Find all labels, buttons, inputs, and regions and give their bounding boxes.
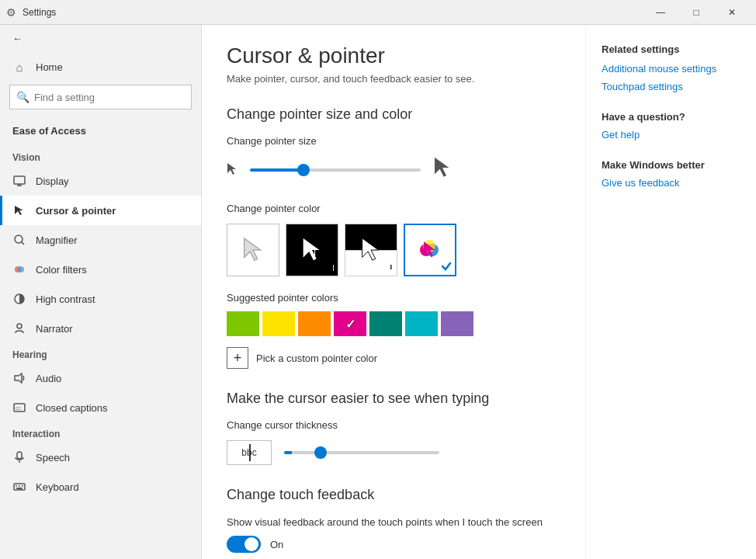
swatch-yellow[interactable] (262, 311, 295, 336)
svg-marker-10 (15, 373, 22, 383)
pointer-color-custom[interactable] (404, 224, 456, 276)
magnifier-icon (12, 233, 26, 247)
swatch-green[interactable] (227, 311, 259, 336)
swatch-purple[interactable] (441, 311, 473, 336)
color-filters-icon (12, 262, 26, 276)
home-icon: ⌂ (12, 60, 26, 74)
narrator-icon (12, 321, 26, 335)
touch-feedback-toggle[interactable] (227, 536, 261, 553)
search-input[interactable] (34, 92, 185, 103)
narrator-label: Narrator (36, 323, 73, 335)
maximize-button[interactable]: □ (678, 0, 714, 25)
svg-marker-21 (435, 158, 449, 177)
make-windows-better-section: Make Windows better Give us feedback (602, 159, 740, 189)
main-content: Cursor & pointer Make pointer, cursor, a… (202, 25, 585, 559)
sidebar-item-home[interactable]: ⌂ Home (0, 52, 201, 82)
search-icon: 🔍 (16, 91, 29, 103)
plus-icon: + (227, 347, 248, 369)
right-panel: Related settings Additional mouse settin… (585, 25, 756, 559)
minimize-button[interactable]: — (643, 0, 678, 25)
display-label: Display (36, 175, 69, 187)
additional-mouse-link[interactable]: Additional mouse settings (602, 63, 740, 75)
sidebar-item-display[interactable]: Display (0, 166, 201, 196)
high-contrast-icon (12, 292, 26, 306)
custom-color-label: Pick a custom pointer color (256, 352, 377, 364)
pointer-color-boxes: I I I (227, 224, 560, 276)
swatch-cyan[interactable] (405, 311, 438, 336)
cursor-preview-text: bbc (238, 447, 259, 458)
page-title: Cursor & pointer (227, 43, 560, 68)
swatch-orange[interactable] (298, 311, 331, 336)
keyboard-label: Keyboard (36, 481, 79, 493)
sidebar-item-closed-captions[interactable]: CC Closed captions (0, 393, 201, 422)
app-layout: ← ⌂ Home 🔍 Ease of Access Vision Display… (0, 25, 756, 559)
touch-feedback-desc: Show visual feedback around the touch po… (227, 516, 560, 529)
make-windows-better-title: Make Windows better (602, 159, 740, 171)
sidebar-item-narrator[interactable]: Narrator (0, 314, 201, 343)
speech-icon (12, 450, 26, 464)
svg-marker-22 (244, 238, 261, 260)
toggle-knob (244, 537, 258, 551)
pointer-color-inverted[interactable]: I (345, 224, 397, 276)
magnifier-label: Magnifier (36, 234, 77, 246)
sidebar-item-keyboard[interactable]: Keyboard (0, 472, 201, 502)
close-button[interactable]: ✕ (714, 0, 750, 25)
sidebar-item-cursor-pointer[interactable]: Cursor & pointer (0, 196, 201, 225)
high-contrast-label: High contrast (36, 293, 95, 305)
sidebar-search-container: 🔍 (9, 85, 192, 109)
sidebar-item-color-filters[interactable]: Color filters (0, 255, 201, 284)
pointer-size-slider[interactable] (250, 168, 421, 172)
touch-feedback-title: Change touch feedback (227, 487, 560, 503)
sidebar-item-audio[interactable]: Audio (0, 363, 201, 393)
toggle-row: On (227, 536, 560, 553)
titlebar-controls: — □ ✕ (643, 0, 750, 25)
cursor-typing-section-title: Make the cursor easier to see when typin… (227, 391, 560, 407)
back-icon: ← (12, 33, 23, 44)
cursor-pointer-icon (12, 203, 26, 217)
have-question-title: Have a question? (602, 111, 740, 123)
pointer-color-black[interactable]: I I (286, 224, 338, 276)
svg-marker-20 (227, 163, 236, 175)
vision-section-label: Vision (0, 146, 201, 166)
speech-label: Speech (36, 452, 70, 464)
custom-color-row[interactable]: + Pick a custom pointer color (227, 347, 560, 369)
toggle-state-label: On (270, 539, 283, 550)
cursor-thickness-label: Change cursor thickness (227, 419, 560, 431)
swatch-pink[interactable] (334, 311, 366, 336)
cursor-thickness-row: bbc (227, 440, 560, 465)
svg-point-9 (17, 324, 22, 328)
sidebar-item-speech[interactable]: Speech (0, 443, 201, 472)
back-button[interactable]: ← (0, 25, 201, 52)
home-label: Home (36, 61, 63, 73)
svg-marker-3 (15, 206, 23, 215)
cursor-preview-box: bbc (227, 440, 272, 465)
get-help-link[interactable]: Get help (602, 129, 740, 141)
pointer-color-label: Change pointer color (227, 203, 560, 214)
sidebar-item-high-contrast[interactable]: High contrast (0, 284, 201, 314)
display-icon (12, 174, 26, 188)
cursor-thickness-slider[interactable] (284, 451, 439, 454)
closed-captions-icon: CC (12, 401, 26, 415)
touchpad-settings-link[interactable]: Touchpad settings (602, 81, 740, 92)
sidebar-item-magnifier[interactable]: Magnifier (0, 225, 201, 255)
svg-marker-23 (303, 238, 320, 260)
titlebar-left: ⚙ Settings (6, 6, 56, 19)
swatch-teal[interactable] (369, 311, 402, 336)
pointer-small-cursor (227, 162, 238, 179)
page-subtitle: Make pointer, cursor, and touch feedback… (227, 73, 560, 85)
svg-rect-0 (14, 176, 25, 184)
suggested-colors-label: Suggested pointer colors (227, 292, 560, 304)
svg-marker-25 (362, 238, 379, 260)
svg-rect-13 (17, 452, 22, 459)
give-feedback-link[interactable]: Give us feedback (602, 177, 740, 189)
sidebar: ← ⌂ Home 🔍 Ease of Access Vision Display… (0, 25, 202, 559)
svg-text:I: I (314, 248, 316, 258)
titlebar-title: Settings (23, 7, 56, 18)
pointer-size-slider-container (227, 156, 452, 184)
svg-marker-29 (424, 241, 435, 257)
pointer-color-white[interactable] (227, 224, 279, 276)
svg-line-5 (22, 242, 25, 245)
settings-icon: ⚙ (6, 6, 16, 19)
pointer-large-cursor (433, 156, 452, 184)
hearing-section-label: Hearing (0, 343, 201, 363)
